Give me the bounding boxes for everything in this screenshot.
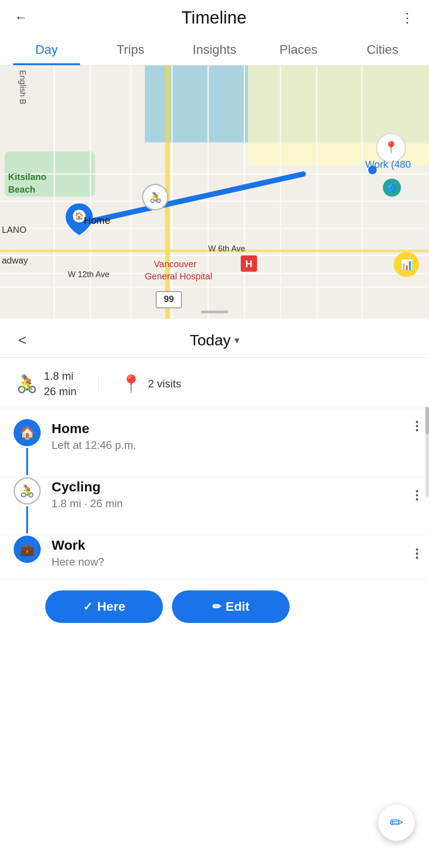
check-icon: ✓ xyxy=(83,600,93,614)
svg-text:📊: 📊 xyxy=(400,259,413,271)
map-label-vancouver: Vancouver xyxy=(154,259,196,269)
timeline-item-home: 🏠 Home Left at 12:46 p.m. xyxy=(0,408,429,477)
pencil-icon: ✏ xyxy=(212,600,221,613)
home-timeline-icon: 🏠 xyxy=(14,419,41,446)
map-label-kitsilano: Kitsilano xyxy=(8,172,46,182)
date-dropdown-icon: ▾ xyxy=(234,335,239,346)
more-menu-button[interactable]: ⋮ xyxy=(397,7,418,29)
svg-text:🏠: 🏠 xyxy=(75,212,84,220)
work-timeline-icon: 💼 xyxy=(14,536,41,563)
scrollbar-thumb[interactable] xyxy=(425,407,429,434)
sponsored-icon: 📊 xyxy=(393,251,420,280)
map-label-english: English B xyxy=(18,70,27,104)
tab-trips[interactable]: Trips xyxy=(89,33,173,65)
map-view[interactable]: 99 🏠 📍 🚴 xyxy=(0,66,429,319)
map-label-lano: LANO xyxy=(2,225,26,235)
fab-edit-button[interactable]: ✏ xyxy=(378,805,415,841)
timeline-item-work: 💼 Work Here now? xyxy=(0,536,429,580)
tab-insights[interactable]: Insights xyxy=(172,33,257,65)
places-icon: 📍 xyxy=(120,374,142,394)
timeline-icon-col-work: 💼 xyxy=(9,536,45,563)
map-label-beach: Beach xyxy=(8,184,35,195)
map-label-work: Work (480 xyxy=(365,159,411,170)
cycling-stat-text: 1.8 mi 26 min xyxy=(44,368,76,399)
work-content: Work Here now? xyxy=(45,536,420,568)
cycling-more-button[interactable] xyxy=(416,490,418,500)
tab-cities[interactable]: Cities xyxy=(340,33,424,65)
here-button[interactable]: ✓ Here xyxy=(45,590,163,623)
scrollbar-track[interactable] xyxy=(425,407,429,497)
timeline-line xyxy=(26,448,28,475)
cycling-midpoint-badge: 🚴 xyxy=(141,183,169,213)
work-more-button[interactable] xyxy=(416,548,418,559)
tab-day[interactable]: Day xyxy=(5,33,89,65)
cycling-icon: 🚴 xyxy=(16,374,38,394)
cycling-content: Cycling 1.8 mi · 26 min xyxy=(45,477,420,510)
hospital-pin: H xyxy=(240,255,258,274)
tab-bar: Day Trips Insights Places Cities xyxy=(0,33,429,66)
back-button[interactable]: ← xyxy=(11,7,31,28)
timeline-list: 🏠 Home Left at 12:46 p.m. 🚴 Cycling 1.8 … xyxy=(0,408,429,580)
map-scroll-handle xyxy=(201,311,228,313)
page-title: Timeline xyxy=(181,8,247,28)
svg-text:H: H xyxy=(245,258,253,269)
timeline-line-2 xyxy=(26,506,28,533)
date-navigation: < Today ▾ xyxy=(0,319,429,357)
park-icon: 🔷 xyxy=(382,178,402,199)
svg-text:🚴: 🚴 xyxy=(149,191,162,203)
bottom-actions: ✓ Here ✏ Edit xyxy=(0,580,429,639)
svg-text:🔷: 🔷 xyxy=(387,183,397,193)
map-label-adway: adway xyxy=(2,255,28,266)
visits-stat: 📍 2 visits xyxy=(120,374,181,394)
timeline-icon-col-cycling: 🚴 xyxy=(9,477,45,535)
timeline-item-cycling: 🚴 Cycling 1.8 mi · 26 min xyxy=(0,477,429,536)
map-label-w6th: W 6th Ave xyxy=(208,244,245,254)
home-more-button[interactable] xyxy=(416,421,418,431)
cycling-stat: 🚴 1.8 mi 26 min xyxy=(16,368,76,399)
header: ← Timeline ⋮ xyxy=(0,0,429,33)
map-label-home: Home xyxy=(84,215,110,226)
fab-pencil-icon: ✏ xyxy=(390,813,403,832)
tab-places[interactable]: Places xyxy=(257,33,341,65)
date-back-button[interactable]: < xyxy=(18,332,27,349)
map-label-hospital: General Hospital xyxy=(145,271,212,282)
cycling-timeline-icon: 🚴 xyxy=(14,477,41,505)
edit-button[interactable]: ✏ Edit xyxy=(172,590,290,623)
stats-row: 🚴 1.8 mi 26 min 📍 2 visits xyxy=(0,358,429,408)
map-label-w12th: W 12th Ave xyxy=(68,270,110,279)
svg-text:📍: 📍 xyxy=(384,140,399,155)
timeline-icon-col-home: 🏠 xyxy=(9,419,45,477)
home-content: Home Left at 12:46 p.m. xyxy=(45,419,420,452)
stat-divider xyxy=(98,375,99,393)
date-selector[interactable]: Today ▾ xyxy=(190,331,239,349)
